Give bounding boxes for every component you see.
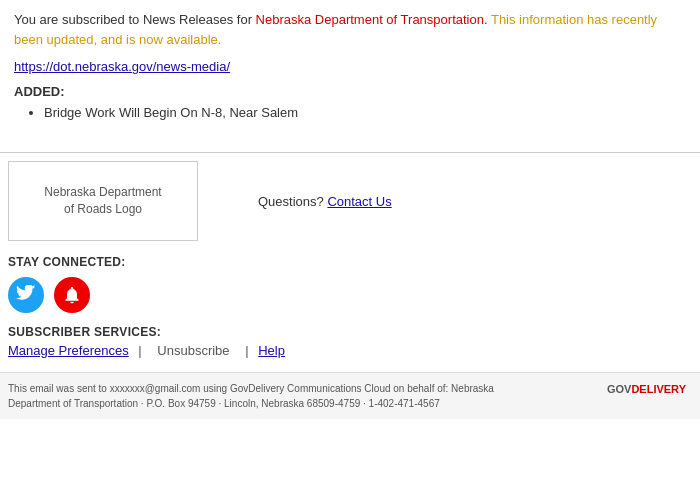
- stay-connected-label: STAY CONNECTED:: [8, 255, 686, 269]
- main-content: You are subscribed to News Releases for …: [0, 0, 700, 134]
- org-logo: Nebraska Department of Roads Logo: [8, 161, 198, 241]
- subscriber-services-label: SUBSCRIBER SERVICES:: [8, 325, 686, 339]
- contact-us-link[interactable]: Contact Us: [327, 194, 391, 209]
- intro-text-before: You are subscribed to News Releases for: [14, 12, 256, 27]
- govdelivery-notification-icon[interactable]: [54, 277, 90, 313]
- email-footer: This email was sent to xxxxxxx@gmail.com…: [0, 372, 700, 419]
- govdelivery-badge: GOVDELIVERY: [607, 381, 686, 395]
- twitter-bird-icon: [16, 285, 36, 305]
- subscriber-links: Manage Preferences | Unsubscribe | Help: [8, 343, 686, 358]
- delivery-text: DELIVERY: [631, 383, 686, 395]
- logo-questions-row: Nebraska Department of Roads Logo Questi…: [8, 161, 686, 241]
- logo-alt-text: Nebraska Department of Roads Logo: [44, 184, 161, 218]
- questions-text: Questions? Contact Us: [258, 194, 392, 209]
- footer-section: Nebraska Department of Roads Logo Questi…: [0, 153, 700, 358]
- unsubscribe-link: Unsubscribe: [157, 343, 229, 358]
- separator-2: |: [245, 343, 248, 358]
- intro-paragraph: You are subscribed to News Releases for …: [14, 10, 686, 49]
- questions-label: Questions?: [258, 194, 324, 209]
- added-label: ADDED:: [14, 84, 686, 99]
- bell-icon: [62, 285, 82, 305]
- social-icons-row: [8, 277, 686, 313]
- email-footer-text: This email was sent to xxxxxxx@gmail.com…: [8, 381, 538, 411]
- twitter-icon[interactable]: [8, 277, 44, 313]
- manage-preferences-link[interactable]: Manage Preferences: [8, 343, 129, 358]
- intro-text-middle: .: [484, 12, 491, 27]
- added-items-list: Bridge Work Will Begin On N-8, Near Sale…: [44, 105, 686, 120]
- added-item: Bridge Work Will Begin On N-8, Near Sale…: [44, 105, 686, 120]
- org-name: Nebraska Department of Transportation: [256, 12, 484, 27]
- gov-text: GOV: [607, 383, 631, 395]
- help-link[interactable]: Help: [258, 343, 285, 358]
- separator-1: |: [138, 343, 141, 358]
- news-media-link[interactable]: https://dot.nebraska.gov/news-media/: [14, 59, 230, 74]
